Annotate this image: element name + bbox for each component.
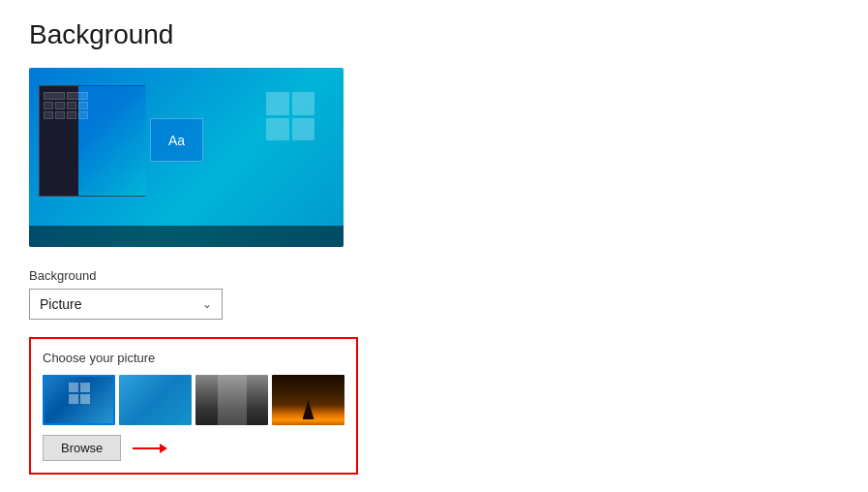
- browse-button[interactable]: Browse: [43, 435, 121, 461]
- pane: [69, 394, 78, 404]
- win-logo-1: [69, 383, 90, 404]
- desktop-preview: Aa: [29, 68, 344, 247]
- win-pane-tl: [266, 92, 289, 115]
- preview-aa-box: Aa: [150, 118, 203, 162]
- pane: [80, 383, 90, 392]
- pane: [80, 394, 90, 404]
- background-dropdown[interactable]: Picture ⌄: [29, 289, 223, 320]
- picture-thumb-2[interactable]: [119, 375, 192, 425]
- tile: [44, 102, 53, 109]
- browse-row: Browse: [43, 435, 344, 461]
- tile: [67, 92, 88, 100]
- tile: [44, 111, 53, 119]
- arrow-line: [133, 447, 162, 449]
- tile: [55, 102, 65, 109]
- tile: [67, 111, 76, 119]
- dropdown-value: Picture: [40, 296, 82, 312]
- tile: [55, 111, 65, 119]
- chevron-down-icon: ⌄: [202, 297, 212, 311]
- tile: [44, 92, 65, 100]
- arrow-indicator: [133, 447, 162, 449]
- preview-taskbar: [29, 226, 344, 247]
- preview-start-window: [39, 85, 145, 197]
- win-pane-bl: [266, 118, 289, 141]
- preview-window-bg: [78, 86, 146, 196]
- choose-picture-section: Choose your picture Browse: [29, 337, 358, 475]
- picture-thumb-4[interactable]: [272, 375, 344, 425]
- choose-picture-label: Choose your picture: [43, 351, 344, 365]
- tile: [78, 111, 88, 119]
- background-label: Background: [29, 268, 839, 283]
- windows-logo-preview: [266, 92, 314, 140]
- picture-thumb-1[interactable]: [43, 375, 115, 425]
- background-section: Background Picture ⌄: [29, 268, 839, 320]
- tile: [78, 102, 88, 109]
- win-pane-tr: [292, 92, 315, 115]
- picture-grid: [43, 375, 344, 425]
- picture-thumb-3[interactable]: [195, 375, 268, 425]
- tile: [67, 102, 76, 109]
- win-pane-br: [292, 118, 315, 141]
- pane: [69, 383, 78, 392]
